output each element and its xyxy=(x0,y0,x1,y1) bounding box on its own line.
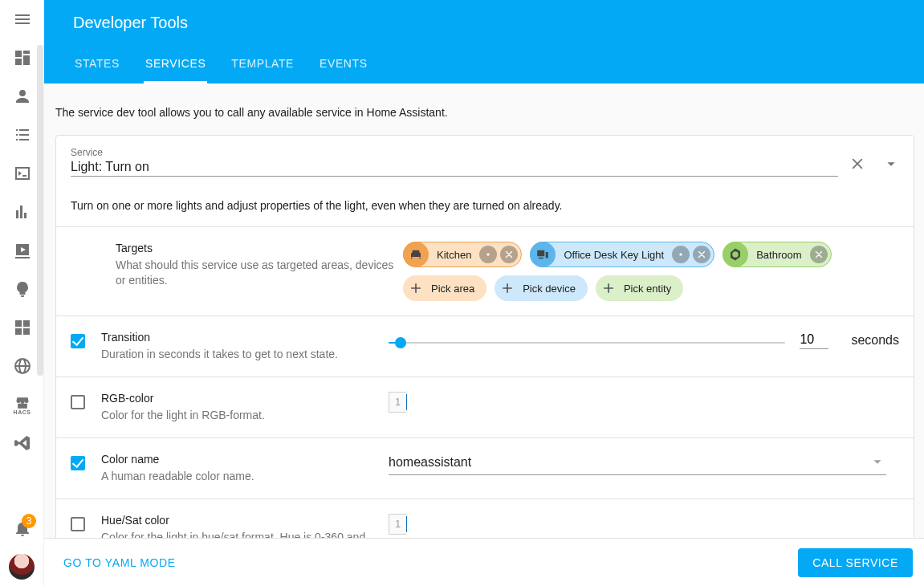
svg-point-1 xyxy=(679,253,682,256)
colorname-checkbox[interactable] xyxy=(71,456,85,470)
dashboard-icon xyxy=(13,48,32,67)
close-icon xyxy=(696,249,707,260)
target-chip-entity: Bathroom xyxy=(723,242,831,267)
tab-states[interactable]: STATES xyxy=(73,45,121,83)
service-field-value: Light: Turn on xyxy=(71,160,838,174)
intro-text: The service dev tool allows you to call … xyxy=(55,106,914,135)
target-chip-area-label: Kitchen xyxy=(429,249,479,261)
globe-icon xyxy=(13,356,32,376)
close-icon xyxy=(849,155,866,173)
eye-icon xyxy=(482,249,494,260)
sofa-icon xyxy=(409,247,423,262)
huesat-title: Hue/Sat color xyxy=(101,514,381,527)
nav-hacs[interactable]: HACS xyxy=(0,385,43,424)
list-icon xyxy=(13,125,32,144)
rgb-value: 1 xyxy=(389,392,406,413)
media-icon xyxy=(13,241,32,260)
eye-icon xyxy=(675,249,686,260)
rgb-title: RGB-color xyxy=(101,392,381,405)
colorname-value: homeassistant xyxy=(389,455,869,470)
plus-icon xyxy=(408,280,424,296)
caret-down-icon xyxy=(869,453,886,470)
chip-icon xyxy=(13,279,32,299)
user-avatar[interactable] xyxy=(9,554,35,580)
plus-icon xyxy=(600,280,617,296)
rgb-stepper[interactable]: 1 xyxy=(389,392,407,413)
tab-events[interactable]: EVENTS xyxy=(318,45,369,83)
hamburger-icon xyxy=(13,10,32,29)
colorname-select[interactable]: homeassistant xyxy=(389,453,886,475)
target-chip-device-label: Office Desk Key Light xyxy=(556,249,672,261)
device-icon xyxy=(535,247,550,262)
content: The service dev tool allows you to call … xyxy=(44,83,924,538)
transition-value-input[interactable] xyxy=(800,331,828,349)
caret-down-icon xyxy=(882,155,900,173)
app-header: Developer Tools STATES SERVICES TEMPLATE… xyxy=(44,0,924,83)
transition-slider[interactable] xyxy=(389,342,785,344)
service-select[interactable]: Service Light: Turn on xyxy=(71,147,838,177)
transition-checkbox[interactable] xyxy=(71,334,85,348)
targets-sub: What should this service use as targeted… xyxy=(116,258,395,288)
notifications-button[interactable]: 3 xyxy=(0,509,44,547)
page-title: Developer Tools xyxy=(73,14,188,32)
terminal-icon xyxy=(13,164,32,183)
tab-services[interactable]: SERVICES xyxy=(144,45,207,83)
target-device-edit[interactable] xyxy=(672,246,690,263)
menu-toggle[interactable] xyxy=(0,0,43,39)
person-icon xyxy=(13,87,32,106)
main-area: Developer Tools STATES SERVICES TEMPLATE… xyxy=(44,0,924,586)
rgb-checkbox[interactable] xyxy=(71,395,85,409)
hex-icon xyxy=(728,247,743,262)
colorname-sub: A human readable color name. xyxy=(101,469,381,484)
footer-bar: GO TO YAML MODE CALL SERVICE xyxy=(44,538,924,586)
transition-sub: Duration in seconds it takes to get to n… xyxy=(101,347,381,362)
call-service-button[interactable]: CALL SERVICE xyxy=(798,548,913,577)
target-area-edit[interactable] xyxy=(479,246,497,263)
panels-icon xyxy=(13,318,32,337)
transition-unit: seconds xyxy=(851,333,899,348)
svg-point-0 xyxy=(487,253,490,256)
rgb-sub: Color for the light in RGB-format. xyxy=(101,408,381,423)
huesat-sub: Color for the light in hue/sat format. H… xyxy=(101,530,381,538)
target-area-remove[interactable] xyxy=(500,246,518,263)
service-dropdown-button[interactable] xyxy=(881,154,901,173)
plus-icon xyxy=(499,280,515,296)
transition-slider-thumb[interactable] xyxy=(395,337,406,348)
hacs-label: HACS xyxy=(14,409,31,415)
service-description: Turn on one or more lights and adjust pr… xyxy=(56,185,914,226)
service-clear-button[interactable] xyxy=(848,154,867,173)
pick-area-label: Pick area xyxy=(428,283,486,295)
target-chip-entity-label: Bathroom xyxy=(748,249,809,261)
notification-badge: 3 xyxy=(22,514,36,528)
huesat-checkbox[interactable] xyxy=(71,517,85,531)
huesat-value: 1 xyxy=(389,514,406,535)
transition-title: Transition xyxy=(101,331,381,344)
rail-scrollbar[interactable] xyxy=(37,45,43,376)
target-device-remove[interactable] xyxy=(693,246,710,263)
tab-template[interactable]: TEMPLATE xyxy=(230,45,295,83)
store-icon xyxy=(14,395,31,411)
huesat-stepper[interactable]: 1 xyxy=(389,514,407,535)
pick-entity-label: Pick entity xyxy=(621,283,682,295)
tabs: STATES SERVICES TEMPLATE EVENTS xyxy=(44,45,924,83)
pick-area-button[interactable]: Pick area xyxy=(403,275,486,301)
sidebar-rail: HACS 3 xyxy=(0,0,44,586)
target-chip-device: Office Desk Key Light xyxy=(530,242,714,267)
target-entity-remove[interactable] xyxy=(810,246,828,263)
targets-title: Targets xyxy=(116,242,395,254)
close-icon xyxy=(503,249,515,260)
colorname-title: Color name xyxy=(101,453,381,466)
vscode-icon xyxy=(13,433,32,453)
close-icon xyxy=(813,249,824,260)
target-chip-area: Kitchen xyxy=(403,242,522,267)
bar-chart-icon xyxy=(13,202,32,222)
pick-device-button[interactable]: Pick device xyxy=(495,275,588,301)
pick-entity-button[interactable]: Pick entity xyxy=(596,275,683,301)
nav-vscode[interactable] xyxy=(0,424,43,462)
service-field-label: Service xyxy=(71,147,838,158)
pick-device-label: Pick device xyxy=(519,283,587,295)
go-to-yaml-button[interactable]: GO TO YAML MODE xyxy=(55,550,184,576)
service-card: Service Light: Turn on Turn on one or mo… xyxy=(55,135,914,538)
